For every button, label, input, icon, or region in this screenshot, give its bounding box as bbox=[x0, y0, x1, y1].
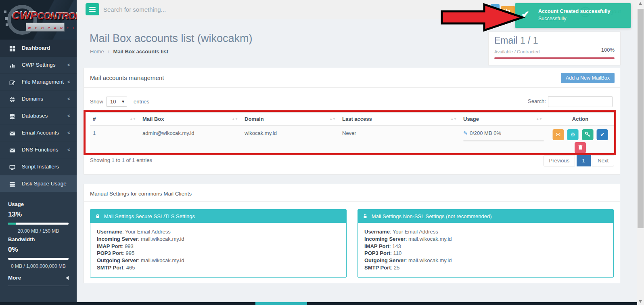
cell-mailbox: admin@wikocak.my.id bbox=[140, 126, 242, 156]
quota-percent: 100% bbox=[601, 47, 615, 53]
scrollbar-thumb[interactable] bbox=[638, 9, 644, 228]
setting-line: Username: Your Email Address bbox=[364, 228, 607, 236]
sidebar-item-email-accounts[interactable]: Email Accounts bbox=[0, 124, 77, 141]
quota-progressbar bbox=[494, 57, 615, 59]
password-button[interactable] bbox=[582, 129, 593, 140]
ssl-card-title: Mail Settings Secure SSL/TLS Settings bbox=[104, 213, 195, 219]
sort-icon[interactable] bbox=[450, 113, 456, 126]
email-button[interactable]: ✉ bbox=[552, 129, 564, 140]
usage-mini-progressbar bbox=[463, 140, 544, 141]
col-header-domain[interactable]: Domain bbox=[242, 113, 339, 126]
card-title: Mail accounts management bbox=[90, 74, 164, 81]
mail-management-card: Mail accounts management Add a New MailB… bbox=[84, 68, 620, 175]
sidebar-item-label: File Management bbox=[22, 79, 64, 85]
unlock-icon bbox=[363, 213, 370, 219]
chevron-left-icon bbox=[67, 74, 70, 90]
footer-accent bbox=[255, 302, 307, 305]
col-header-usage[interactable]: Usage bbox=[460, 113, 546, 126]
breadcrumb: Home / Mail Box accounts list bbox=[90, 48, 168, 55]
global-search-input[interactable] bbox=[103, 3, 273, 15]
sidebar-stats: Usage 13% 20.00 MB / 150 MB Bandwidth 0%… bbox=[0, 192, 77, 286]
trash-icon bbox=[578, 144, 583, 151]
delete-button[interactable] bbox=[575, 142, 586, 153]
usage-percent: 13% bbox=[8, 210, 69, 219]
cell-usage: ✎0/200 MB 0% bbox=[460, 126, 546, 156]
pagination: Previous 1 Next bbox=[544, 155, 614, 166]
sidebar-item-disk-space-usage[interactable]: Disk Space Usage bbox=[0, 175, 77, 192]
page-size-select[interactable]: 10 bbox=[106, 97, 127, 107]
success-toast[interactable]: ✔ Account Created successfully Successfu… bbox=[515, 3, 631, 28]
table-summary: Showing 1 to 1 of 1 entries bbox=[90, 157, 152, 163]
disk-stack-icon bbox=[9, 175, 16, 192]
sidebar-item-file-management[interactable]: File Management bbox=[0, 74, 77, 90]
scroll-up-arrow-icon[interactable] bbox=[639, 2, 642, 5]
pencil-edit-icon[interactable]: ✎ bbox=[463, 130, 468, 136]
sidebar-item-databases[interactable]: Databases bbox=[0, 107, 77, 124]
language-flag-icon[interactable] bbox=[491, 4, 500, 13]
scroll-down-arrow-icon[interactable] bbox=[639, 300, 642, 303]
page-number-button[interactable]: 1 bbox=[577, 155, 591, 166]
sort-icon[interactable] bbox=[130, 113, 136, 126]
settings-button[interactable]: ⚙ bbox=[567, 129, 579, 140]
col-header-num[interactable]: # bbox=[90, 113, 140, 126]
manual-settings-card: Manual Settings for commons Mail Clients… bbox=[84, 184, 620, 283]
triangle-left-icon bbox=[66, 276, 69, 280]
breadcrumb-home[interactable]: Home bbox=[90, 48, 104, 55]
toast-title: Account Created successfully bbox=[538, 8, 611, 14]
setting-line: Incoming Server: mail.wikocak.my.id bbox=[97, 236, 340, 243]
enable-button[interactable]: ✔ bbox=[597, 129, 608, 140]
sidebar-item-label: Dashboard bbox=[22, 45, 50, 51]
sidebar: CWPCONTROL W E B P A N E L Dashboard CWP… bbox=[0, 0, 77, 305]
bandwidth-percent: 0% bbox=[8, 246, 69, 254]
sort-icon[interactable] bbox=[329, 113, 335, 126]
breadcrumb-current: Mail Box accounts list bbox=[113, 48, 169, 55]
footer-bar bbox=[0, 302, 644, 305]
quota-title: Email 1 / 1 bbox=[494, 35, 615, 46]
cwp-logo[interactable]: CWPCONTROL W E B P A N E L bbox=[0, 0, 77, 40]
sidebar-item-dashboard[interactable]: Dashboard bbox=[0, 40, 77, 57]
next-page-button[interactable]: Next bbox=[592, 155, 614, 166]
check-icon: ✔ bbox=[600, 131, 605, 138]
table-search-input[interactable] bbox=[548, 96, 613, 107]
setting-line: IMAP Port: 993 bbox=[97, 243, 340, 250]
setting-line: POP3 Port: 995 bbox=[97, 250, 340, 257]
sort-icon[interactable] bbox=[232, 113, 238, 126]
logo-brand2: CONTROL bbox=[38, 11, 77, 21]
col-header-mailbox[interactable]: Mail Box bbox=[140, 113, 242, 126]
col-header-last-access[interactable]: Last access bbox=[339, 113, 460, 126]
col-header-action: Action bbox=[546, 113, 615, 126]
sidebar-item-domains[interactable]: Domains bbox=[0, 90, 77, 107]
entries-label: entries bbox=[134, 99, 149, 105]
chevron-left-icon bbox=[67, 124, 70, 141]
chevron-left-icon bbox=[67, 107, 70, 124]
logo-brand1: CWP bbox=[12, 10, 38, 22]
edit-square-icon bbox=[9, 74, 16, 90]
toast-subtitle: Successfully bbox=[538, 16, 566, 21]
setting-line: Outgoing Server: mail.wikocak.my.id bbox=[97, 257, 340, 264]
sidebar-item-label: Domains bbox=[22, 96, 43, 102]
menu-toggle-button[interactable] bbox=[86, 3, 99, 15]
previous-page-button[interactable]: Previous bbox=[544, 155, 575, 166]
sidebar-item-cwp-settings[interactable]: CWP Settings bbox=[0, 57, 77, 74]
dashboard-grid-icon bbox=[9, 40, 16, 57]
chevron-left-icon bbox=[67, 57, 70, 74]
table-header-row: # Mail Box Domain Last access Usage Acti… bbox=[90, 113, 615, 126]
page-title: Mail Box accounts list (wikocakm) bbox=[90, 32, 253, 45]
sidebar-divider bbox=[8, 286, 69, 286]
setting-line: POP3 Port: 110 bbox=[364, 250, 607, 257]
sidebar-item-script-installers[interactable]: Script Installers bbox=[0, 158, 77, 175]
monitor-icon bbox=[9, 158, 16, 175]
lock-icon bbox=[95, 213, 102, 219]
nonssl-settings-card: Mail Settings Non-SSL Settings (not reco… bbox=[358, 209, 614, 278]
bandwidth-label: Bandwidth bbox=[8, 236, 69, 242]
vertical-scrollbar[interactable] bbox=[637, 0, 644, 305]
setting-line: SMTP Port: 465 bbox=[97, 264, 340, 271]
chevron-left-icon bbox=[67, 141, 70, 158]
sidebar-item-dns-functions[interactable]: DNS Functions bbox=[0, 141, 77, 158]
add-mailbox-button[interactable]: Add a New MailBox bbox=[561, 73, 615, 83]
sidebar-nav: Dashboard CWP Settings File Management D… bbox=[0, 40, 77, 192]
sidebar-more-toggle[interactable]: More bbox=[8, 275, 69, 281]
sort-icon[interactable] bbox=[536, 113, 542, 126]
sidebar-item-label: Disk Space Usage bbox=[22, 181, 67, 187]
envelope-icon bbox=[9, 141, 16, 158]
